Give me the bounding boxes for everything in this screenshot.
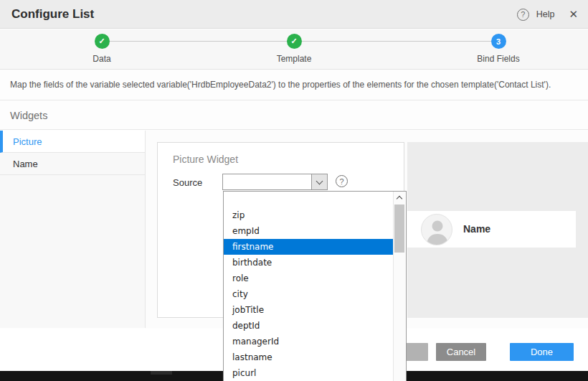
widgets-sidebar: Picture Name — [0, 131, 146, 328]
dropdown-items: zipempIdfirstnamebirthdaterolecityjobTit… — [224, 192, 394, 381]
step-done-icon: ✓ — [287, 34, 302, 49]
close-icon[interactable]: ✕ — [569, 8, 578, 21]
dropdown-item[interactable]: birthdate — [224, 255, 394, 271]
dropdown-item[interactable]: role — [224, 271, 394, 286]
sidebar-item-picture[interactable]: Picture — [0, 131, 145, 153]
dropdown-item[interactable]: deptId — [224, 318, 394, 334]
chevron-up-icon — [397, 196, 402, 202]
cancel-button[interactable]: Cancel — [436, 343, 486, 361]
dialog-title: Configure List — [11, 7, 94, 22]
picture-widget-title: Picture Widget — [173, 154, 238, 165]
step-bind-fields[interactable]: 3 Bind Fields — [455, 34, 541, 64]
step-done-icon: ✓ — [95, 34, 110, 49]
step-label: Template — [251, 54, 337, 64]
wizard-stepper: ✓ Data ✓ Template 3 Bind Fields — [0, 29, 588, 70]
dropdown-item[interactable]: firstname — [224, 239, 394, 255]
dropdown-item[interactable]: empId — [224, 223, 394, 239]
widgets-heading-bar: Widgets — [0, 101, 588, 130]
source-combobox-value[interactable] — [223, 174, 311, 189]
dropdown-item[interactable]: picurl — [224, 365, 394, 381]
description-text: Map the fields of the variable selected … — [10, 80, 551, 90]
dropdown-item[interactable]: jobTitle — [224, 302, 394, 318]
dialog-header: Configure List ? Help ✕ — [0, 0, 588, 29]
help-link[interactable]: Help — [536, 9, 555, 19]
configure-list-dialog: Configure List ? Help ✕ ✓ Data ✓ Templat… — [0, 0, 588, 381]
dropdown-scrollbar[interactable] — [393, 192, 405, 381]
chevron-down-icon — [316, 177, 323, 184]
dropdown-item[interactable]: lastname — [224, 349, 394, 365]
step-label: Data — [59, 54, 145, 64]
step-label: Bind Fields — [455, 54, 541, 64]
dropdown-item[interactable]: zip — [224, 207, 394, 223]
dropdown-item[interactable]: city — [224, 286, 394, 302]
background-window-notch — [151, 371, 172, 375]
person-icon — [422, 215, 452, 245]
template-preview-pane: Name — [407, 142, 588, 318]
widgets-heading: Widgets — [10, 110, 47, 121]
dropdown-list: zipempIdfirstnamebirthdaterolecityjobTit… — [223, 191, 407, 381]
step-number-icon: 3 — [491, 34, 506, 49]
avatar — [421, 214, 452, 245]
dropdown-item[interactable] — [224, 192, 394, 207]
help-icon[interactable]: ? — [517, 9, 529, 21]
description-bar: Map the fields of the variable selected … — [0, 70, 588, 100]
sidebar-item-name[interactable]: Name — [0, 153, 145, 175]
combobox-dropdown-button[interactable] — [311, 174, 327, 189]
step-template[interactable]: ✓ Template — [251, 34, 337, 64]
scrollbar-thumb[interactable] — [394, 204, 404, 253]
source-label: Source — [173, 177, 202, 188]
preview-name-label: Name — [463, 223, 490, 235]
source-combobox[interactable] — [222, 174, 328, 190]
dropdown-item[interactable]: managerId — [224, 334, 394, 349]
scrollbar-up-button[interactable] — [394, 192, 405, 204]
done-button[interactable]: Done — [510, 343, 574, 361]
source-help-icon[interactable]: ? — [336, 175, 348, 187]
step-data[interactable]: ✓ Data — [59, 34, 145, 64]
contact-list-preview-row: Name — [407, 211, 576, 248]
